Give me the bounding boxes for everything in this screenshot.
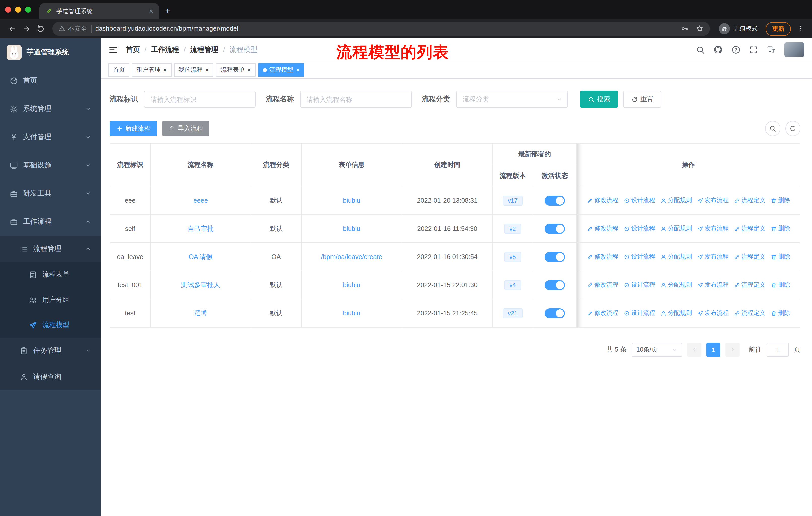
sidebar-item-home[interactable]: 首页 — [0, 66, 101, 95]
next-page-button[interactable] — [725, 343, 740, 357]
prev-page-button[interactable] — [687, 343, 701, 357]
page-size-select[interactable]: 10条/页 — [632, 343, 682, 357]
action-design-process[interactable]: 设计流程 — [624, 281, 655, 289]
tag-process-form[interactable]: 流程表单 × — [216, 63, 256, 76]
process-name-link[interactable]: 自己审批 — [187, 224, 214, 232]
close-icon[interactable]: × — [247, 66, 251, 73]
tag-home[interactable]: 首页 — [108, 63, 129, 76]
sidebar-toggle-icon[interactable] — [108, 45, 118, 55]
sidebar-item-leave-query[interactable]: 请假查询 — [0, 364, 101, 390]
sidebar-item-devtools[interactable]: 研发工具 — [0, 180, 101, 208]
tab-close-icon[interactable]: × — [149, 7, 153, 15]
action-publish-process[interactable]: 发布流程 — [697, 281, 729, 289]
bookmark-star-icon[interactable] — [696, 25, 704, 33]
browser-update-button[interactable]: 更新 — [766, 22, 791, 35]
action-publish-process[interactable]: 发布流程 — [697, 224, 729, 233]
user-avatar[interactable] — [784, 42, 805, 57]
browser-tab[interactable]: 芋道管理系统 × — [39, 3, 159, 19]
tag-process-model[interactable]: 流程模型 × — [258, 63, 304, 76]
close-icon[interactable]: × — [163, 66, 167, 73]
create-process-button[interactable]: 新建流程 — [110, 121, 157, 136]
action-assign-rules[interactable]: 分配规则 — [660, 196, 692, 205]
sidebar-item-process-form[interactable]: 流程表单 — [0, 262, 101, 287]
sidebar-item-user-group[interactable]: 用户分组 — [0, 287, 101, 313]
security-chip[interactable]: 不安全 — [58, 24, 87, 33]
search-icon[interactable] — [696, 45, 705, 54]
github-icon[interactable] — [713, 45, 723, 54]
active-toggle[interactable] — [545, 252, 565, 262]
sidebar-item-payment[interactable]: 支付管理 — [0, 123, 101, 151]
action-delete[interactable]: 删除 — [771, 281, 790, 289]
active-toggle[interactable] — [545, 223, 565, 234]
url-text[interactable]: dashboard.yudao.iocoder.cn/bpm/manager/m… — [95, 25, 673, 32]
reload-button[interactable] — [33, 22, 47, 36]
process-category-select[interactable]: 流程分类 — [456, 91, 568, 108]
action-process-definition[interactable]: 流程定义 — [734, 281, 765, 289]
form-info-link[interactable]: biubiu — [343, 309, 360, 317]
sidebar-item-process-management[interactable]: 流程管理 — [0, 236, 101, 262]
action-publish-process[interactable]: 发布流程 — [697, 196, 729, 205]
tag-my-process[interactable]: 我的流程 × — [174, 63, 213, 76]
breadcrumb-home[interactable]: 首页 — [126, 45, 140, 54]
action-delete[interactable]: 删除 — [771, 309, 790, 318]
app-logo[interactable]: 芋道管理系统 — [0, 38, 101, 66]
form-info-link[interactable]: biubiu — [343, 196, 360, 204]
action-modify-process[interactable]: 修改流程 — [587, 309, 618, 318]
fullscreen-icon[interactable] — [749, 45, 758, 54]
zoom-window-button[interactable] — [25, 6, 31, 12]
action-process-definition[interactable]: 流程定义 — [734, 309, 765, 318]
breadcrumb-workflow[interactable]: 工作流程 — [151, 45, 179, 54]
form-info-link[interactable]: biubiu — [343, 281, 360, 289]
sidebar-item-infrastructure[interactable]: 基础设施 — [0, 151, 101, 180]
process-id-input[interactable] — [144, 91, 256, 108]
action-process-definition[interactable]: 流程定义 — [734, 196, 765, 205]
close-icon[interactable]: × — [205, 66, 209, 73]
action-delete[interactable]: 删除 — [771, 252, 790, 261]
sidebar-item-system[interactable]: 系统管理 — [0, 95, 101, 123]
refresh-table-button[interactable] — [785, 121, 801, 136]
browser-menu-button[interactable] — [795, 22, 807, 36]
close-window-button[interactable] — [5, 6, 11, 12]
sidebar-item-process-model[interactable]: 流程模型 — [0, 313, 101, 337]
active-toggle[interactable] — [545, 308, 565, 318]
action-modify-process[interactable]: 修改流程 — [587, 252, 618, 261]
process-name-input[interactable] — [300, 91, 412, 108]
action-design-process[interactable]: 设计流程 — [624, 196, 655, 205]
page-number-current[interactable]: 1 — [706, 343, 720, 357]
process-name-link[interactable]: OA 请假 — [188, 253, 212, 260]
form-info-link[interactable]: /bpm/oa/leave/create — [321, 253, 382, 261]
font-size-icon[interactable] — [767, 45, 776, 54]
search-button[interactable]: 搜索 — [580, 91, 618, 108]
import-process-button[interactable]: 导入流程 — [162, 121, 209, 136]
process-name-link[interactable]: 滔博 — [194, 309, 207, 317]
process-name-link[interactable]: 测试多审批人 — [181, 281, 220, 289]
back-button[interactable] — [5, 22, 19, 36]
action-publish-process[interactable]: 发布流程 — [697, 252, 729, 261]
goto-page-input[interactable] — [767, 343, 789, 357]
minimize-window-button[interactable] — [15, 6, 21, 12]
action-modify-process[interactable]: 修改流程 — [587, 224, 618, 233]
action-design-process[interactable]: 设计流程 — [624, 252, 655, 261]
active-toggle[interactable] — [545, 280, 565, 290]
form-info-link[interactable]: biubiu — [343, 225, 360, 232]
process-name-link[interactable]: eeee — [193, 196, 208, 204]
action-modify-process[interactable]: 修改流程 — [587, 281, 618, 289]
password-key-icon[interactable] — [680, 25, 689, 33]
action-assign-rules[interactable]: 分配规则 — [660, 309, 692, 318]
forward-button[interactable] — [19, 22, 33, 36]
action-publish-process[interactable]: 发布流程 — [697, 309, 729, 318]
sidebar-item-workflow[interactable]: 工作流程 — [0, 208, 101, 236]
action-delete[interactable]: 删除 — [771, 196, 790, 205]
action-process-definition[interactable]: 流程定义 — [734, 224, 765, 233]
action-assign-rules[interactable]: 分配规则 — [660, 281, 692, 289]
reset-button[interactable]: 重置 — [623, 91, 662, 108]
toggle-search-button[interactable] — [765, 121, 780, 136]
breadcrumb-process-management[interactable]: 流程管理 — [190, 45, 219, 54]
action-modify-process[interactable]: 修改流程 — [587, 196, 618, 205]
close-icon[interactable]: × — [296, 66, 300, 73]
action-design-process[interactable]: 设计流程 — [624, 224, 655, 233]
new-tab-button[interactable]: + — [159, 3, 176, 19]
help-icon[interactable] — [731, 45, 741, 54]
active-toggle[interactable] — [545, 195, 565, 205]
action-delete[interactable]: 删除 — [771, 224, 790, 233]
